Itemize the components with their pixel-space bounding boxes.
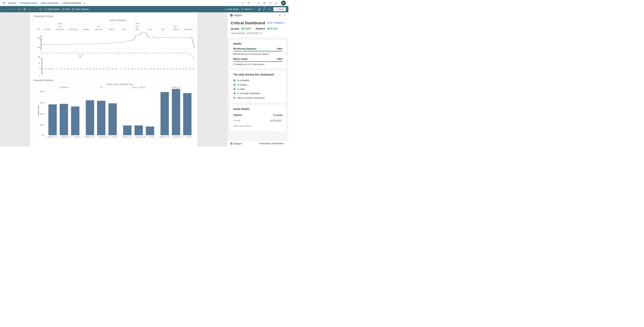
- category-cell: VINYL_LP: [157, 86, 195, 89]
- search-icon[interactable]: [257, 2, 260, 4]
- last-checked-label: Last checked:: [231, 32, 245, 35]
- issue-pipeline-count: 0 issues: [273, 114, 282, 116]
- svg-rect-12: [258, 9, 258, 10]
- check-item-label: Is normally distributed: [237, 92, 260, 95]
- back-arrow-icon[interactable]: [2, 1, 6, 5]
- payment-chart[interactable]: Order Total 800K 600K 400K 200K 0K Produ…: [33, 83, 195, 139]
- breadcrumb-snowflake[interactable]: Snowflake Demo: [20, 2, 37, 4]
- footer-source-dropdown[interactable]: Informatica (monitored): [259, 142, 286, 145]
- dashboard-content: TRANSACTIONS Count of Order Id 300 200 1…: [30, 12, 197, 146]
- bar: [183, 93, 192, 135]
- metric-progress: [233, 61, 282, 62]
- check-circle-icon: [233, 88, 236, 90]
- metrics-icon[interactable]: [258, 8, 260, 11]
- tx-plot-bottom: [41, 49, 195, 68]
- view-in-bigeye-link[interactable]: View in Bigeye: [267, 22, 285, 24]
- metric-health-value: 100%: [276, 58, 282, 60]
- yaxis-tick: 800K: [40, 90, 44, 93]
- issue-status-label: STATUS: [233, 120, 240, 122]
- download-icon[interactable]: [268, 8, 271, 11]
- breadcrumb-explore[interactable]: Explore: [8, 2, 16, 4]
- revert-icon[interactable]: [13, 8, 16, 11]
- device-icon[interactable]: [242, 2, 244, 4]
- svg-point-8: [45, 8, 46, 9]
- quality-pill: Healthy: [240, 27, 252, 30]
- history-icon[interactable]: [28, 8, 31, 11]
- check-item: Is complete: [233, 78, 282, 83]
- check-circle-icon: [233, 84, 236, 86]
- chevron-down-icon[interactable]: ▾: [34, 9, 34, 10]
- month-cell: December: [67, 28, 80, 31]
- check-item-label: Has no custom monitoring: [237, 96, 264, 99]
- notifications-icon[interactable]: [275, 2, 278, 4]
- bar: [97, 101, 106, 135]
- yaxis-tick: 400K: [40, 113, 44, 115]
- dashboard-name: Critical Dashboard: [231, 21, 265, 26]
- quality-status-text: Healthy: [244, 28, 251, 30]
- bigeye-logo-icon: [230, 142, 233, 145]
- watch-button[interactable]: Watch ▾: [241, 8, 253, 11]
- svg-point-17: [276, 9, 276, 10]
- xaxis-cell: 51321: [54, 68, 67, 70]
- view-button[interactable]: View: Original: [72, 8, 89, 11]
- pause-icon[interactable]: [23, 8, 26, 11]
- yaxis-tick: 300: [37, 28, 40, 30]
- refresh-icon[interactable]: [260, 32, 262, 35]
- bar-group: [83, 89, 120, 135]
- footer-brand-text: Bigeye: [234, 142, 242, 145]
- pipeline-status-text: On Time: [270, 28, 278, 30]
- pin-icon[interactable]: [279, 14, 281, 17]
- present-icon[interactable]: ▾: [263, 7, 266, 12]
- close-icon[interactable]: [284, 14, 286, 17]
- share-label: Share: [278, 8, 284, 11]
- pm-header: Product Type / Payment Type: [45, 83, 195, 86]
- driving-card: The data driving this dashboard Is compl…: [230, 71, 286, 103]
- metric-sub: 47 healthy out of 47 total metrics: [233, 63, 282, 66]
- breadcrumb-sales[interactable]: Sales Dashboard: [41, 2, 58, 4]
- xaxis-cell: 2951321: [131, 68, 144, 70]
- svg-point-4: [269, 2, 272, 4]
- transactions-title: TRANSACTIONS: [33, 15, 195, 18]
- help-icon[interactable]: [269, 2, 272, 4]
- undo-icon[interactable]: [2, 8, 5, 11]
- check-item-label: Is valid: [237, 88, 244, 90]
- check-item: Is valid: [233, 87, 282, 91]
- database-icon[interactable]: [248, 2, 250, 4]
- svg-rect-6: [25, 8, 25, 10]
- issue-detected-label: FIRST DETECTED AT: [233, 125, 252, 127]
- performance-icon[interactable]: [40, 8, 42, 11]
- tx-year-row: 2023 2024: [41, 22, 195, 25]
- transactions-chart[interactable]: Count of Order Id 300 200 100 0 Avg. Pri…: [33, 19, 195, 76]
- sidebar-summary: Critical Dashboard View in Bigeye Qualit…: [227, 18, 288, 37]
- clipboard-icon[interactable]: [263, 2, 266, 4]
- edit-button[interactable]: Edit: [62, 8, 69, 11]
- sidebar-brand: Bigeye: [234, 14, 242, 17]
- favorite-star-icon[interactable]: [83, 2, 86, 5]
- refresh-icon[interactable]: [18, 8, 21, 11]
- yaxis-tick: 600K: [40, 102, 44, 104]
- sidebar-header: Bigeye: [227, 12, 288, 18]
- breadcrumb-sep: /: [18, 2, 18, 4]
- chevron-up-icon: [284, 143, 286, 144]
- month-cell: August: [169, 28, 182, 31]
- quality-label: Quality: [231, 27, 239, 30]
- qtr-cell: Q4: [41, 25, 80, 28]
- payment-section: Payment Methods Order Total 800K 600K 40…: [33, 79, 195, 139]
- dashboard-area: TRANSACTIONS Count of Order Id 300 200 1…: [0, 12, 227, 146]
- question-circle-icon: ?: [233, 97, 236, 99]
- check-item: Is unique: [233, 83, 282, 87]
- check-item: ?Has no custom monitoring: [233, 96, 282, 100]
- user-avatar[interactable]: KK: [281, 1, 286, 6]
- month-cell: February: [92, 28, 105, 31]
- xaxis-group: CREDIT_CA..GOOGLE_P..PAYPAL: [45, 135, 82, 138]
- pm-cat-row: CASSETTECDEIGHT_TRACKVINYL_LP: [45, 86, 195, 89]
- status-row: Quality Healthy Pipeline On Time: [231, 27, 285, 30]
- data-guide-button[interactable]: Data Guide: [224, 8, 239, 11]
- bar: [160, 92, 169, 135]
- data-details-button[interactable]: Data Details: [44, 8, 60, 11]
- share-button[interactable]: Share: [274, 7, 286, 11]
- redo-icon[interactable]: [8, 8, 10, 11]
- payment-title: Payment Methods: [33, 79, 195, 82]
- bar: [86, 100, 94, 135]
- svg-point-1: [248, 2, 250, 3]
